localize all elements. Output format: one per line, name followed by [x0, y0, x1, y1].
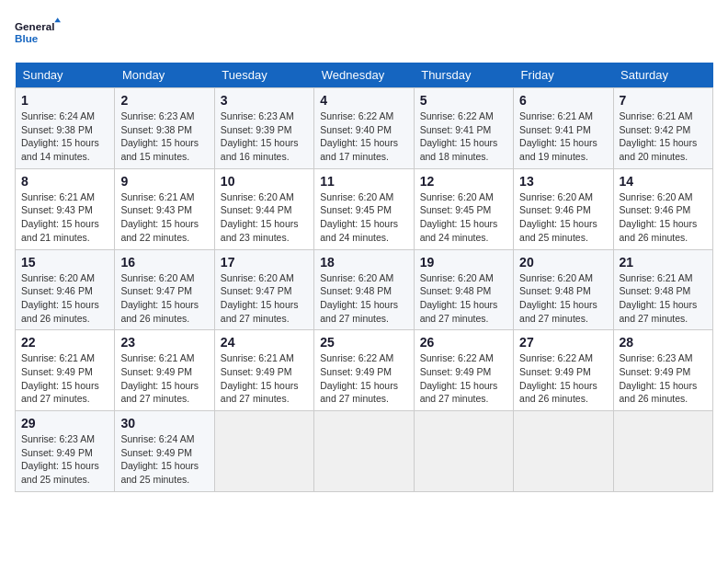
page-header: General Blue	[15, 15, 713, 52]
day-number: 23	[120, 335, 208, 350]
day-info: Sunrise: 6:21 AMSunset: 9:42 PMDaylight:…	[620, 109, 707, 164]
day-info: Sunrise: 6:21 AMSunset: 9:49 PMDaylight:…	[21, 351, 108, 406]
day-number: 14	[620, 174, 707, 189]
calendar-cell	[613, 411, 712, 492]
calendar-cell: 29Sunrise: 6:23 AMSunset: 9:49 PMDayligh…	[16, 411, 115, 492]
day-info: Sunrise: 6:20 AMSunset: 9:45 PMDaylight:…	[320, 190, 407, 245]
day-number: 25	[320, 335, 407, 350]
calendar-cell: 28Sunrise: 6:23 AMSunset: 9:49 PMDayligh…	[613, 330, 712, 411]
calendar-cell: 14Sunrise: 6:20 AMSunset: 9:46 PMDayligh…	[613, 168, 712, 249]
day-info: Sunrise: 6:20 AMSunset: 9:48 PMDaylight:…	[420, 271, 507, 326]
day-number: 10	[221, 174, 308, 189]
calendar-cell: 24Sunrise: 6:21 AMSunset: 9:49 PMDayligh…	[214, 330, 313, 411]
calendar-cell	[414, 411, 513, 492]
calendar-cell: 6Sunrise: 6:21 AMSunset: 9:41 PMDaylight…	[514, 88, 613, 169]
day-info: Sunrise: 6:21 AMSunset: 9:41 PMDaylight:…	[519, 109, 607, 164]
calendar-cell: 23Sunrise: 6:21 AMSunset: 9:49 PMDayligh…	[115, 330, 214, 411]
day-number: 9	[120, 174, 208, 189]
day-info: Sunrise: 6:24 AMSunset: 9:49 PMDaylight:…	[120, 432, 208, 487]
calendar-cell: 11Sunrise: 6:20 AMSunset: 9:45 PMDayligh…	[314, 168, 414, 249]
calendar-cell: 5Sunrise: 6:22 AMSunset: 9:41 PMDaylight…	[414, 88, 513, 169]
day-number: 26	[420, 335, 507, 350]
day-info: Sunrise: 6:23 AMSunset: 9:49 PMDaylight:…	[21, 432, 108, 487]
day-number: 17	[221, 255, 308, 270]
day-info: Sunrise: 6:22 AMSunset: 9:49 PMDaylight:…	[519, 351, 607, 406]
day-info: Sunrise: 6:20 AMSunset: 9:45 PMDaylight:…	[420, 190, 507, 245]
day-info: Sunrise: 6:23 AMSunset: 9:49 PMDaylight:…	[620, 351, 707, 406]
day-number: 12	[420, 174, 507, 189]
calendar-cell: 9Sunrise: 6:21 AMSunset: 9:43 PMDaylight…	[115, 168, 214, 249]
calendar-cell: 27Sunrise: 6:22 AMSunset: 9:49 PMDayligh…	[514, 330, 613, 411]
calendar-cell: 1Sunrise: 6:24 AMSunset: 9:38 PMDaylight…	[16, 88, 115, 169]
day-number: 18	[320, 255, 407, 270]
day-info: Sunrise: 6:20 AMSunset: 9:48 PMDaylight:…	[320, 271, 407, 326]
calendar-cell: 15Sunrise: 6:20 AMSunset: 9:46 PMDayligh…	[16, 249, 115, 330]
day-info: Sunrise: 6:20 AMSunset: 9:48 PMDaylight:…	[519, 271, 607, 326]
day-number: 28	[620, 335, 707, 350]
weekday-header-thursday: Thursday	[414, 63, 513, 88]
calendar-cell: 3Sunrise: 6:23 AMSunset: 9:39 PMDaylight…	[214, 88, 313, 169]
day-number: 15	[21, 255, 108, 270]
day-number: 6	[519, 93, 607, 108]
day-info: Sunrise: 6:21 AMSunset: 9:43 PMDaylight:…	[21, 190, 108, 245]
calendar-cell: 10Sunrise: 6:20 AMSunset: 9:44 PMDayligh…	[214, 168, 313, 249]
day-number: 8	[21, 174, 108, 189]
day-number: 2	[120, 93, 208, 108]
day-number: 13	[519, 174, 607, 189]
day-info: Sunrise: 6:23 AMSunset: 9:38 PMDaylight:…	[120, 109, 208, 164]
calendar-cell: 8Sunrise: 6:21 AMSunset: 9:43 PMDaylight…	[16, 168, 115, 249]
calendar-cell: 21Sunrise: 6:21 AMSunset: 9:48 PMDayligh…	[613, 249, 712, 330]
logo: General Blue	[15, 15, 61, 52]
calendar-cell: 4Sunrise: 6:22 AMSunset: 9:40 PMDaylight…	[314, 88, 414, 169]
calendar-cell: 16Sunrise: 6:20 AMSunset: 9:47 PMDayligh…	[115, 249, 214, 330]
calendar-cell	[314, 411, 414, 492]
calendar-cell	[214, 411, 313, 492]
calendar-cell: 26Sunrise: 6:22 AMSunset: 9:49 PMDayligh…	[414, 330, 513, 411]
day-number: 20	[519, 255, 607, 270]
day-number: 27	[519, 335, 607, 350]
day-number: 22	[21, 335, 108, 350]
svg-text:Blue: Blue	[15, 32, 39, 44]
day-info: Sunrise: 6:22 AMSunset: 9:40 PMDaylight:…	[320, 109, 407, 164]
calendar-cell: 25Sunrise: 6:22 AMSunset: 9:49 PMDayligh…	[314, 330, 414, 411]
day-info: Sunrise: 6:24 AMSunset: 9:38 PMDaylight:…	[21, 109, 108, 164]
calendar-cell: 22Sunrise: 6:21 AMSunset: 9:49 PMDayligh…	[16, 330, 115, 411]
day-number: 1	[21, 93, 108, 108]
day-number: 21	[620, 255, 707, 270]
day-number: 4	[320, 93, 407, 108]
calendar-cell	[514, 411, 613, 492]
svg-text:General: General	[15, 20, 54, 32]
day-info: Sunrise: 6:20 AMSunset: 9:46 PMDaylight:…	[519, 190, 607, 245]
day-number: 30	[120, 416, 208, 431]
day-info: Sunrise: 6:20 AMSunset: 9:44 PMDaylight:…	[221, 190, 308, 245]
day-info: Sunrise: 6:22 AMSunset: 9:49 PMDaylight:…	[420, 351, 507, 406]
weekday-header-tuesday: Tuesday	[214, 63, 313, 88]
day-number: 24	[221, 335, 308, 350]
calendar-cell: 19Sunrise: 6:20 AMSunset: 9:48 PMDayligh…	[414, 249, 513, 330]
day-number: 29	[21, 416, 108, 431]
day-info: Sunrise: 6:21 AMSunset: 9:48 PMDaylight:…	[620, 271, 707, 326]
calendar-cell: 12Sunrise: 6:20 AMSunset: 9:45 PMDayligh…	[414, 168, 513, 249]
weekday-header-sunday: Sunday	[16, 63, 115, 88]
day-number: 11	[320, 174, 407, 189]
svg-marker-2	[54, 17, 61, 22]
day-info: Sunrise: 6:20 AMSunset: 9:47 PMDaylight:…	[221, 271, 308, 326]
logo-svg: General Blue	[15, 15, 61, 52]
day-info: Sunrise: 6:21 AMSunset: 9:49 PMDaylight:…	[221, 351, 308, 406]
weekday-header-wednesday: Wednesday	[314, 63, 414, 88]
calendar-cell: 2Sunrise: 6:23 AMSunset: 9:38 PMDaylight…	[115, 88, 214, 169]
calendar-table: SundayMondayTuesdayWednesdayThursdayFrid…	[15, 63, 713, 492]
weekday-header-monday: Monday	[115, 63, 214, 88]
calendar-cell: 13Sunrise: 6:20 AMSunset: 9:46 PMDayligh…	[514, 168, 613, 249]
day-info: Sunrise: 6:20 AMSunset: 9:46 PMDaylight:…	[620, 190, 707, 245]
day-info: Sunrise: 6:22 AMSunset: 9:49 PMDaylight:…	[320, 351, 407, 406]
weekday-header-saturday: Saturday	[613, 63, 712, 88]
weekday-header-friday: Friday	[514, 63, 613, 88]
calendar-cell: 20Sunrise: 6:20 AMSunset: 9:48 PMDayligh…	[514, 249, 613, 330]
day-info: Sunrise: 6:22 AMSunset: 9:41 PMDaylight:…	[420, 109, 507, 164]
day-number: 16	[120, 255, 208, 270]
day-number: 19	[420, 255, 507, 270]
day-info: Sunrise: 6:20 AMSunset: 9:47 PMDaylight:…	[120, 271, 208, 326]
day-info: Sunrise: 6:21 AMSunset: 9:43 PMDaylight:…	[120, 190, 208, 245]
day-number: 3	[221, 93, 308, 108]
